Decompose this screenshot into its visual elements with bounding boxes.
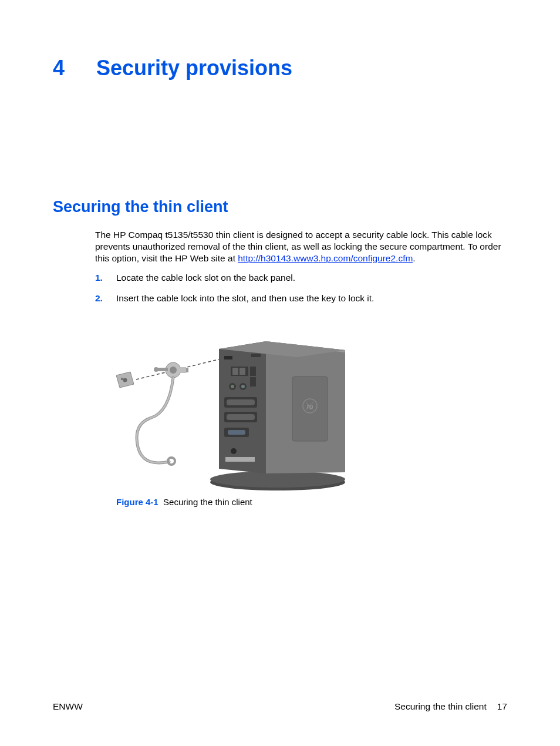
footer-left: ENWW xyxy=(53,701,83,712)
svg-rect-27 xyxy=(180,367,186,373)
svg-point-31 xyxy=(123,378,127,382)
figure-4-1: hp xyxy=(116,321,507,491)
svg-text:hp: hp xyxy=(306,404,313,410)
svg-point-1 xyxy=(210,471,345,488)
svg-point-33 xyxy=(168,458,175,465)
lock-icon xyxy=(154,362,188,378)
figure-label: Figure 4-1 xyxy=(116,497,158,507)
intro-paragraph: The HP Compaq t5135/t5530 thin client is… xyxy=(95,229,507,264)
footer-page-number: 17 xyxy=(497,701,507,712)
svg-rect-5 xyxy=(224,356,232,359)
steps-list: 1. Locate the cable lock slot on the bac… xyxy=(95,272,507,304)
step-2: 2. Insert the cable lock into the slot, … xyxy=(95,293,507,304)
step-1-number: 1. xyxy=(95,272,103,284)
svg-rect-10 xyxy=(250,367,256,376)
svg-rect-11 xyxy=(250,377,256,387)
svg-rect-21 xyxy=(228,430,245,435)
svg-rect-17 xyxy=(227,399,255,405)
svg-point-26 xyxy=(170,367,177,374)
svg-rect-32 xyxy=(121,378,123,380)
svg-rect-23 xyxy=(225,457,255,462)
svg-point-22 xyxy=(231,448,237,454)
step-1-text: Locate the cable lock slot on the back p… xyxy=(116,273,295,283)
figure-caption-text: Securing the thin client xyxy=(163,497,252,507)
step-1: 1. Locate the cable lock slot on the bac… xyxy=(95,272,507,284)
chapter-number: 4 xyxy=(53,56,96,80)
svg-rect-19 xyxy=(227,414,255,420)
chapter-title: 4Security provisions xyxy=(53,56,507,80)
svg-rect-8 xyxy=(232,368,238,375)
section-title: Securing the thin client xyxy=(53,198,507,216)
step-2-text: Insert the cable lock into the slot, and… xyxy=(116,293,374,303)
svg-point-13 xyxy=(231,385,234,388)
footer-section-name: Securing the thin client xyxy=(394,701,487,712)
figure-caption: Figure 4-1 Securing the thin client xyxy=(116,497,507,507)
thin-client-illustration: hp xyxy=(116,321,369,491)
svg-rect-9 xyxy=(239,368,245,375)
hp-configure-link[interactable]: http://h30143.www3.hp.com/configure2.cfm xyxy=(238,253,413,263)
svg-rect-28 xyxy=(186,368,188,372)
wall-anchor-icon xyxy=(116,372,134,388)
chapter-title-text: Security provisions xyxy=(96,56,292,80)
svg-point-15 xyxy=(241,385,245,388)
page-footer: ENWW Securing the thin client 17 xyxy=(53,701,507,712)
step-2-number: 2. xyxy=(95,293,103,304)
para-text-2: . xyxy=(413,253,415,263)
svg-rect-6 xyxy=(251,354,261,357)
svg-rect-29 xyxy=(157,368,168,371)
svg-point-30 xyxy=(154,367,158,372)
